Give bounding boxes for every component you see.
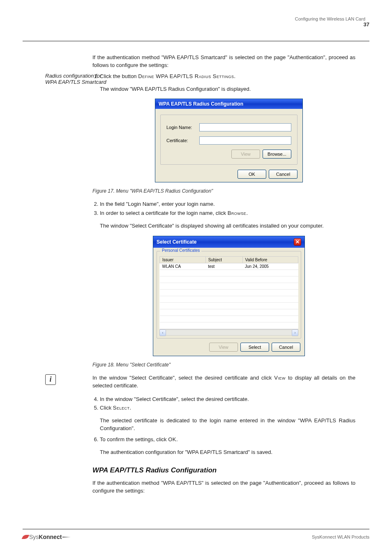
result-text: The window "Select Certificate" is displ…: [100, 222, 355, 230]
table-cell: test: [205, 263, 242, 269]
ok-button[interactable]: OK: [238, 170, 266, 179]
scroll-left-icon[interactable]: ‹: [159, 329, 166, 336]
certificate-input[interactable]: [199, 136, 291, 145]
personal-certificates-legend: Personal Certificates: [160, 248, 201, 253]
dialog2-title: Select Certificate: [157, 239, 196, 245]
select-certificate-dialog: Select Certificate ✕ Personal Certificat…: [153, 236, 305, 356]
figure-18-caption: Figure 18. Menu "Select Certificate": [92, 362, 369, 368]
header-divider: [23, 29, 369, 41]
cert-select-button[interactable]: Select: [240, 343, 269, 352]
step-item: In order to select a certificate for the…: [100, 210, 355, 217]
login-name-input[interactable]: [199, 123, 291, 131]
cert-view-button: View: [209, 343, 238, 352]
scroll-track[interactable]: [166, 329, 292, 336]
result-text: The authentication configuration for "WP…: [100, 449, 355, 456]
table-row: [160, 302, 298, 309]
col-valid-before[interactable]: Valid Before: [242, 256, 298, 263]
browse-button[interactable]: Browse...: [263, 150, 291, 159]
footer-doc-title: SysKonnect WLAN Products: [312, 534, 369, 539]
figure-17-caption: Figure 17. Menu "WPA EAP/TLS Radius Conf…: [92, 188, 369, 194]
step-item: To confirm the settings, click OK.: [100, 436, 355, 444]
table-row: [160, 322, 298, 329]
table-row: [160, 276, 298, 283]
view-button: View: [231, 150, 260, 159]
wpa-eap-tls-dialog: WPA EAP/TLS Radius Configuration Login N…: [155, 99, 303, 182]
ttls-intro: If the authentication method "WPA EAP/TT…: [92, 479, 355, 495]
cancel-button[interactable]: Cancel: [269, 170, 297, 179]
table-row: [160, 289, 298, 296]
page-number: 37: [23, 21, 369, 28]
certificate-label: Certificate:: [166, 138, 199, 143]
scroll-right-icon[interactable]: ›: [292, 329, 298, 336]
step-item: Click Select.: [100, 404, 355, 412]
dialog2-titlebar: Select Certificate ✕: [153, 236, 304, 248]
side-label-radius-config: Radius configuration for WPA EAP/TLS Sma…: [45, 73, 107, 85]
result-text: The selected certificate is dedicated to…: [100, 417, 355, 433]
syskonnect-logo: SysKonnect: [23, 534, 71, 540]
table-cell: Jun 24, 2005: [242, 263, 298, 269]
close-icon[interactable]: ✕: [294, 238, 301, 246]
section-header: Configuring the Wireless LAN Card: [23, 16, 369, 21]
logo-swoosh-icon: [22, 535, 30, 539]
step-item: In the field "Login Name", enter your lo…: [100, 200, 355, 208]
intro-paragraph: If the authentication method "WPA EAP/TL…: [92, 54, 355, 69]
info-icon: i: [45, 374, 56, 385]
horizontal-scrollbar[interactable]: ‹ ›: [159, 329, 298, 336]
cert-cancel-button[interactable]: Cancel: [272, 343, 300, 352]
step-item: In the window "Select Certificate", sele…: [100, 396, 355, 403]
table-row: [160, 315, 298, 322]
table-row: [160, 296, 298, 302]
certificate-table[interactable]: Issuer Subject Valid Before WLAN CAtestJ…: [159, 256, 298, 329]
result-text: The window "WPA EAP/TLS Radius Configura…: [100, 85, 355, 93]
page-footer: SysKonnect SysKonnect WLAN Products: [23, 529, 369, 540]
table-row: [160, 283, 298, 289]
table-row: [160, 309, 298, 315]
table-cell: WLAN CA: [160, 263, 206, 269]
note-text: In the window "Select Certificate", sele…: [92, 374, 355, 390]
table-row: [160, 269, 298, 276]
dialog-title: WPA EAP/TLS Radius Configuration: [159, 101, 243, 107]
step-item: Click the button Define WPA EAP/TLS Radi…: [100, 73, 355, 81]
col-issuer[interactable]: Issuer: [160, 256, 206, 263]
dialog-titlebar: WPA EAP/TLS Radius Configuration: [155, 99, 302, 109]
heading-wpa-eap-ttls: WPA EAP/TTLS Radius Configuration: [92, 465, 355, 476]
login-name-label: Login Name:: [166, 125, 199, 130]
col-subject[interactable]: Subject: [205, 256, 242, 263]
ui-ref: Define WPA EAP/TLS Radius Settings: [138, 73, 234, 79]
table-row[interactable]: WLAN CAtestJun 24, 2005: [160, 263, 298, 269]
